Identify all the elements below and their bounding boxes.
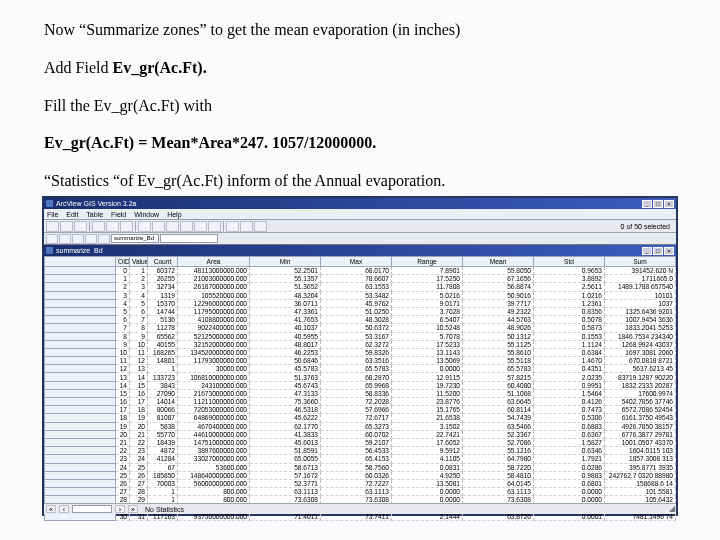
- toolbar-button[interactable]: [74, 221, 87, 232]
- table-cell[interactable]: 0.5873: [534, 324, 605, 332]
- table-cell[interactable]: 8: [116, 332, 130, 340]
- table-cell[interactable]: 4.1105: [392, 455, 463, 463]
- table-cell[interactable]: 242762.7 0320 88980: [605, 471, 676, 479]
- table-cell[interactable]: 1268.9924 43037: [605, 340, 676, 348]
- table-cell[interactable]: 12296000000.000: [178, 299, 250, 307]
- table-cell[interactable]: 64.7980: [463, 455, 534, 463]
- table-cell[interactable]: 14751000000.000: [178, 438, 250, 446]
- table-cell[interactable]: 23.8776: [392, 398, 463, 406]
- table-cell[interactable]: 0.5078: [534, 316, 605, 324]
- table-cell[interactable]: 6: [116, 316, 130, 324]
- table-cell[interactable]: 41.3833: [250, 430, 321, 438]
- table-cell[interactable]: 17: [130, 398, 148, 406]
- table-cell[interactable]: [45, 488, 116, 496]
- table-cell[interactable]: 3: [116, 291, 130, 299]
- table-cell[interactable]: 72.2028: [321, 398, 392, 406]
- table-cell[interactable]: 83719.1287 90220: [605, 373, 676, 381]
- table-row[interactable]: 11121480111793000000.00050.684663.351613…: [45, 357, 676, 365]
- table-cell[interactable]: 3.8892: [534, 275, 605, 283]
- table-cell[interactable]: 67.1656: [463, 275, 534, 283]
- table-cell[interactable]: 0.6801: [534, 479, 605, 487]
- table-row[interactable]: 17188006672053000000.00046.531857.696615…: [45, 406, 676, 414]
- table-cell[interactable]: 44610000000.000: [178, 430, 250, 438]
- table-cell[interactable]: 21673000000.000: [178, 389, 250, 397]
- table-cell[interactable]: 5402.7856 37746: [605, 398, 676, 406]
- table-cell[interactable]: 0: [116, 267, 130, 275]
- table-cell[interactable]: 2.0235: [534, 373, 605, 381]
- tool-button[interactable]: [72, 234, 84, 244]
- table-cell[interactable]: [45, 373, 116, 381]
- table-cell[interactable]: 391452.620 N: [605, 267, 676, 275]
- table-cell[interactable]: 41284: [148, 455, 178, 463]
- table-cell[interactable]: 21.6538: [392, 414, 463, 422]
- table-cell[interactable]: 17.5233: [392, 340, 463, 348]
- table-cell[interactable]: 19: [130, 414, 148, 422]
- table-cell[interactable]: 101.5581: [605, 488, 676, 496]
- table-cell[interactable]: 60.0326: [321, 471, 392, 479]
- table-cell[interactable]: [45, 340, 116, 348]
- table-cell[interactable]: 4670400000.000: [178, 422, 250, 430]
- table-cell[interactable]: 13.5069: [392, 357, 463, 365]
- table-cell[interactable]: 4872: [148, 447, 178, 455]
- table-cell[interactable]: [45, 299, 116, 307]
- table-cell[interactable]: 1325.6436 9201: [605, 307, 676, 315]
- table-cell[interactable]: 134520000000.000: [178, 348, 250, 356]
- table-cell[interactable]: 1001.0507 43370: [605, 438, 676, 446]
- table-cell[interactable]: 44.5763: [463, 316, 534, 324]
- table-cell[interactable]: 32152000000.000: [178, 340, 250, 348]
- toolbar-button[interactable]: [152, 221, 165, 232]
- table-cell[interactable]: 8: [130, 324, 148, 332]
- table-cell[interactable]: [45, 267, 116, 275]
- table-cell[interactable]: 48113000000.000: [178, 267, 250, 275]
- menu-field[interactable]: Field: [111, 211, 126, 218]
- table-cell[interactable]: 4108800000.000: [178, 316, 250, 324]
- table-cell[interactable]: 24: [116, 463, 130, 471]
- table-cell[interactable]: 36.0711: [250, 299, 321, 307]
- column-header[interactable]: Min: [250, 257, 321, 267]
- table-cell[interactable]: 4.9250: [392, 471, 463, 479]
- toolbar-button[interactable]: [208, 221, 221, 232]
- table-cell[interactable]: 13.5081: [392, 479, 463, 487]
- table-row[interactable]: 6751364108800000.00041.765348.30286.5407…: [45, 316, 676, 324]
- table-cell[interactable]: 21003000000.000: [178, 275, 250, 283]
- table-cell[interactable]: [45, 389, 116, 397]
- table-cell[interactable]: 1.4670: [534, 357, 605, 365]
- table-cell[interactable]: 1: [130, 267, 148, 275]
- table-cell[interactable]: 11.7808: [392, 283, 463, 291]
- menu-edit[interactable]: Edit: [66, 211, 78, 218]
- table-cell[interactable]: 5136: [148, 316, 178, 324]
- table-cell[interactable]: 22.7421: [392, 430, 463, 438]
- table-cell[interactable]: 63.5466: [463, 422, 534, 430]
- table-cell[interactable]: 2.5611: [534, 283, 605, 291]
- menu-window[interactable]: Window: [134, 211, 159, 218]
- column-header[interactable]: Value: [130, 257, 148, 267]
- table-cell[interactable]: 11: [130, 348, 148, 356]
- table-cell[interactable]: 59.8326: [321, 348, 392, 356]
- table-cell[interactable]: 50.6846: [250, 357, 321, 365]
- table-cell[interactable]: 0.1553: [534, 332, 605, 340]
- table-cell[interactable]: 68.2870: [321, 373, 392, 381]
- table-cell[interactable]: 30000.000: [178, 365, 250, 373]
- table-row[interactable]: 24256753600.00058.671358.75600.083158.72…: [45, 463, 676, 471]
- table-cell[interactable]: 15370: [148, 299, 178, 307]
- data-table[interactable]: OIDValueCountAreaMinMaxRangeMeanStdSum 0…: [44, 256, 676, 521]
- table-cell[interactable]: 5838: [148, 422, 178, 430]
- table-row[interactable]: 9104015532152000000.00048.801762.327217.…: [45, 340, 676, 348]
- record-next-button[interactable]: ›: [115, 505, 125, 513]
- table-cell[interactable]: 17: [116, 406, 130, 414]
- table-cell[interactable]: 7.8901: [392, 267, 463, 275]
- resize-grip-icon[interactable]: ◢: [669, 504, 675, 513]
- table-cell[interactable]: 70003: [148, 479, 178, 487]
- table-cell[interactable]: 0.0831: [392, 463, 463, 471]
- column-header[interactable]: OID: [116, 257, 130, 267]
- table-cell[interactable]: 72.7227: [321, 479, 392, 487]
- table-cell[interactable]: 45.6743: [250, 381, 321, 389]
- table-cell[interactable]: 12: [116, 365, 130, 373]
- table-cell[interactable]: 3.1502: [392, 422, 463, 430]
- table-cell[interactable]: [45, 275, 116, 283]
- table-cell[interactable]: 13.1143: [392, 348, 463, 356]
- table-cell[interactable]: 55770: [148, 430, 178, 438]
- table-cell[interactable]: 6.5407: [392, 316, 463, 324]
- table-cell[interactable]: 26: [116, 479, 130, 487]
- table-cell[interactable]: [45, 471, 116, 479]
